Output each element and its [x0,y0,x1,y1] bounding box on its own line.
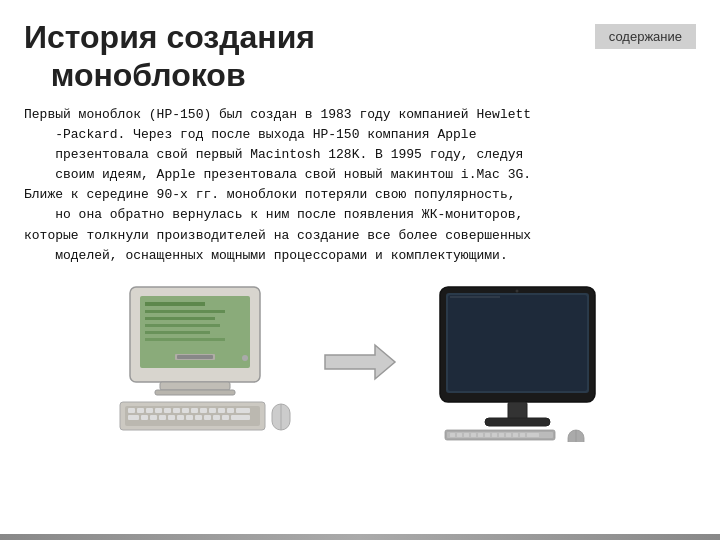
svg-rect-24 [209,408,216,413]
svg-rect-29 [141,415,148,420]
svg-rect-9 [155,390,235,395]
svg-rect-15 [128,408,135,413]
svg-point-12 [242,355,248,361]
old-computer-image [100,282,300,442]
slide-bottom-bar [0,534,720,540]
svg-rect-62 [520,433,525,437]
svg-rect-16 [137,408,144,413]
svg-rect-60 [506,433,511,437]
svg-rect-17 [146,408,153,413]
svg-rect-25 [218,408,225,413]
svg-rect-38 [222,415,229,420]
svg-rect-11 [177,355,213,359]
svg-rect-6 [145,331,210,334]
svg-rect-32 [168,415,175,420]
svg-rect-2 [145,302,205,306]
svg-rect-55 [471,433,476,437]
svg-rect-30 [150,415,157,420]
svg-rect-3 [145,310,225,313]
svg-rect-58 [492,433,497,437]
svg-rect-37 [213,415,220,420]
title-block: История создания моноблоков [24,18,595,95]
svg-rect-31 [159,415,166,420]
svg-rect-26 [227,408,234,413]
header-area: История создания моноблоков содержание [24,18,696,95]
svg-rect-20 [173,408,180,413]
svg-rect-53 [457,433,462,437]
svg-rect-54 [464,433,469,437]
arrow-container [320,337,400,387]
svg-rect-4 [145,317,215,320]
svg-rect-27 [236,408,250,413]
svg-rect-21 [182,408,189,413]
svg-rect-28 [128,415,139,420]
svg-rect-5 [145,324,220,327]
contents-button[interactable]: содержание [595,24,696,49]
svg-rect-36 [204,415,211,420]
svg-rect-59 [499,433,504,437]
svg-rect-34 [186,415,193,420]
svg-rect-45 [448,295,587,391]
slide: История создания моноблоков содержание П… [0,0,720,540]
page-title: История создания моноблоков [24,18,595,95]
svg-rect-56 [478,433,483,437]
svg-rect-61 [513,433,518,437]
svg-rect-63 [527,433,539,437]
svg-rect-52 [450,433,455,437]
svg-rect-18 [155,408,162,413]
right-arrow-icon [320,337,400,387]
images-area [24,282,696,442]
svg-rect-23 [200,408,207,413]
svg-rect-7 [145,338,225,341]
svg-rect-33 [177,415,184,420]
svg-marker-42 [325,345,395,379]
svg-rect-8 [160,382,230,390]
svg-rect-47 [508,402,527,420]
svg-rect-35 [195,415,202,420]
svg-rect-57 [485,433,490,437]
svg-rect-48 [485,418,550,426]
svg-point-49 [516,289,519,292]
body-text: Первый моноблок (HP-150) был создан в 19… [24,105,696,266]
svg-rect-39 [231,415,250,420]
svg-rect-22 [191,408,198,413]
svg-rect-19 [164,408,171,413]
new-computer-image [420,282,620,442]
